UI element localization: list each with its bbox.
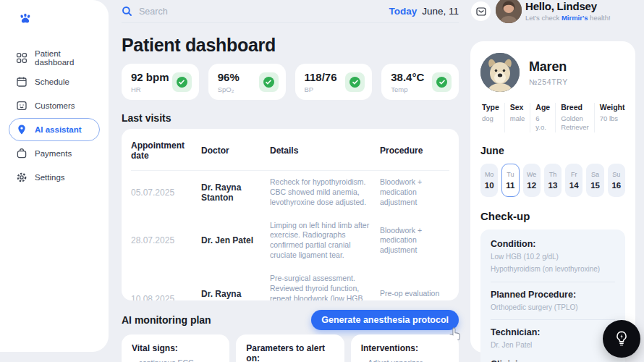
monitoring-header-row: AI monitoring plan Generate anesthesia p… [122,310,459,330]
day-of-week: Fr [571,171,577,178]
status-ok-badge [345,72,365,92]
patient-profile-panel: Maren №254TRY Type dog Sex male Age 6 y.… [470,41,635,353]
sidebar-item-patient-dashboard[interactable]: Patient dashboard [9,46,100,70]
plan-card-interventions: Interventions: Adjust vaporizer settings [351,334,459,362]
calendar-day-su-16[interactable]: Su 16 [608,164,625,197]
table-header-row: Appointment date Doctor Details Procedur… [131,129,449,171]
day-number: 10 [485,181,494,190]
column-header: Doctor [201,134,270,165]
attribute-age: Age 6 y.o. [530,103,555,132]
pet-name-link[interactable]: Mirmir's [562,14,588,22]
sidebar-item-label: Settings [35,173,65,182]
greeting-subtext: Let's check Mirmir's health! [525,14,611,22]
vital-card-spo2: 96% SpO₂ [208,64,286,100]
checkup-field-label: Condition: [491,239,615,249]
sidebar-nav: Patient dashboard Schedule Customers [0,46,109,189]
table-row: 05.07.2025 Dr. Rayna Stanton Recheck for… [131,171,449,214]
checkup-field-value: Low HGB (10.2 g/dL) [491,252,615,262]
current-date: June, 11 [422,6,459,17]
monitoring-cards-row: Vital signs: continuous ECG Parameters t… [122,334,459,362]
checkup-field-label: Clinician: [491,359,615,362]
attribute-label: Weight [600,103,625,111]
status-ok-badge [172,72,192,92]
divider [491,319,615,320]
greeting-sub-suffix: health! [588,14,610,22]
divider [491,282,615,282]
search-bar [122,6,247,17]
plan-card-title: Interventions: [361,343,449,353]
vital-value: 118/76 [305,71,337,83]
last-visits-heading: Last visits [122,112,171,124]
vital-label: BP [305,85,337,93]
visit-details: Limping on left hind limb after exercise… [270,221,380,261]
attribute-label: Age [535,103,550,111]
day-number: 14 [569,181,579,190]
table-body: 05.07.2025 Dr. Rayna Stanton Recheck for… [131,171,449,300]
attribute-breed: Breed Golden Retriever [555,103,594,132]
checkup-field-label: Planned Procedure: [491,290,615,300]
sidebar-item-label: Customers [35,101,75,110]
sidebar-item-label: Patient dashboard [35,49,99,67]
calendar-day-fr-14[interactable]: Fr 14 [565,164,582,197]
visit-details: Pre-surgical assessment. Reviewed thyroi… [270,274,380,300]
pet-name: Maren [529,59,568,75]
generate-anesthesia-protocol-button[interactable]: Generate anesthesia protocol [311,310,459,330]
calendar-icon [16,76,27,88]
greeting-text: Hello, Lindsey [525,0,611,12]
sidebar: Patient dashboard Schedule Customers [0,0,109,352]
checkup-planned-procedure: Planned Procedure: Orthopedic surgery (T… [491,290,615,313]
table-row: 28.07.2025 Dr. Jen Patel Limping on left… [131,214,449,267]
sidebar-item-schedule[interactable]: Schedule [9,70,100,93]
vital-card-bp: 118/76 BP [295,64,373,100]
user-avatar[interactable] [496,0,522,23]
checkup-field-label: Technician: [491,327,615,337]
sidebar-item-payments[interactable]: Payments [9,142,100,165]
visit-details: Recheck for hypothyroidism. CBC showed m… [270,177,380,208]
search-icon [122,6,132,17]
topbar: Today June, 11 [122,0,459,23]
day-of-week: Mo [485,171,494,178]
vital-value: 92 bpm [131,71,169,83]
search-input[interactable] [139,7,247,17]
monitoring-heading: AI monitoring plan [122,314,211,326]
last-visits-table: Appointment date Doctor Details Procedur… [122,129,459,300]
doctor-name: Dr. Rayna Stanton [201,289,270,300]
sidebar-item-customers[interactable]: Customers [9,94,100,117]
today-toggle[interactable]: Today [389,6,417,17]
calendar-day-tu-11-selected[interactable]: Tu 11 [501,164,519,197]
plan-card-title: Parameters to alert on: [246,343,334,362]
calendar-days-row: Mo 10 Tu 11 We 12 Th 13 Fr 14 Sa 15 Su 1… [480,164,625,197]
column-header: Appointment date [131,129,201,170]
attribute-value: dog [482,114,499,123]
sidebar-item-label: Payments [35,149,72,158]
vital-label: HR [131,85,169,93]
sidebar-item-ai-assistant[interactable]: AI assistant [9,118,100,141]
plan-card-alert-parameters: Parameters to alert on: HR < 70 bpm [236,334,344,362]
greeting-sub-prefix: Let's check [525,14,562,22]
doctor-name: Dr. Rayna Stanton [201,182,270,203]
column-header: Details [270,134,380,165]
vital-value: 38.4°C [391,71,424,83]
location-pin-icon [16,124,27,135]
calendar-day-th-13[interactable]: Th 13 [544,164,562,197]
calendar-day-mo-10[interactable]: Mo 10 [480,164,498,197]
plan-card-vital-signs: Vital signs: continuous ECG [122,334,229,362]
page-title: Patient dashboard [122,35,276,56]
doctor-name: Dr. Jen Patel [201,235,270,245]
greeting-block: Hello, Lindsey Let's check Mirmir's heal… [525,0,611,22]
sidebar-item-settings[interactable]: Settings [9,166,100,189]
vital-label: SpO₂ [218,85,240,93]
calendar-day-sa-15[interactable]: Sa 15 [586,164,603,197]
plan-item: Adjust vaporizer settings [361,358,449,362]
calendar-day-we-12[interactable]: We 12 [523,164,541,197]
day-number: 12 [527,181,536,190]
messages-button[interactable] [471,1,491,21]
day-number: 15 [590,181,600,190]
attribute-type: Type dog [480,103,504,132]
payments-bag-icon [16,148,27,159]
main-content: Today June, 11 Patient dashboard 92 bpm … [122,0,459,362]
ai-idea-fab-button[interactable] [603,320,640,358]
pet-id: №254TRY [529,77,568,86]
vital-label: Temp [391,85,424,93]
checkup-technician: Technician: Dr. Jen Patel [491,327,615,350]
